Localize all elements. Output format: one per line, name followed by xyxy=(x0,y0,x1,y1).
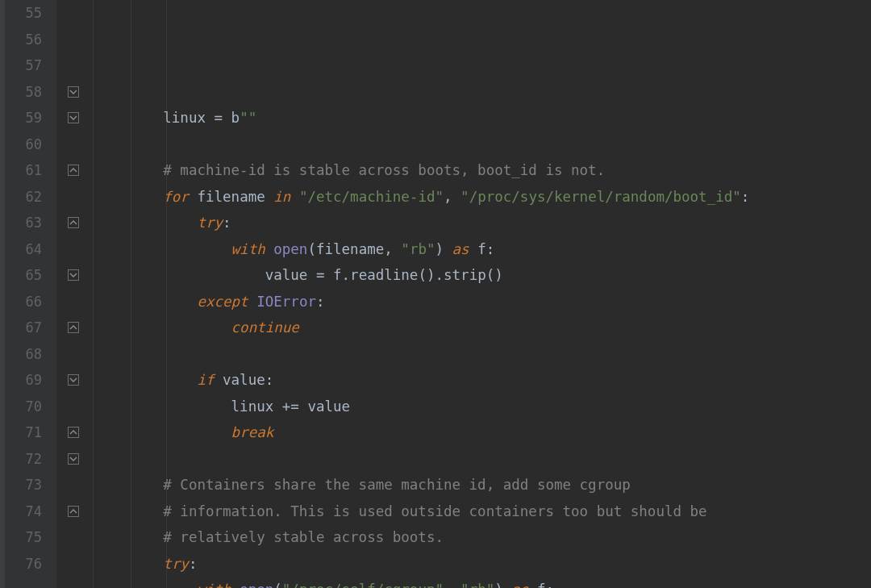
line-number: 74 xyxy=(5,498,42,525)
fold-close-icon[interactable] xyxy=(68,165,79,176)
line-number: 68 xyxy=(5,341,42,368)
code-line[interactable]: with open("/proc/self/cgroup", "rb") as … xyxy=(95,577,749,588)
code-token: # Containers share the same machine id, … xyxy=(163,477,630,493)
code-line[interactable]: with open(filename, "rb") as f: xyxy=(95,236,749,263)
code-line[interactable]: try: xyxy=(95,210,749,236)
code-token: ( xyxy=(273,582,282,588)
code-token: f xyxy=(333,267,342,283)
line-number: 58 xyxy=(5,79,42,106)
code-token: : xyxy=(486,241,495,257)
code-token: with xyxy=(231,241,274,257)
code-token: "/proc/sys/kernel/random/boot_id" xyxy=(461,189,741,205)
code-line[interactable] xyxy=(95,131,749,158)
code-line[interactable]: continue xyxy=(95,315,749,341)
indent-guide xyxy=(131,0,131,588)
line-number: 66 xyxy=(5,289,42,315)
code-line[interactable] xyxy=(95,446,749,473)
code-token: # machine-id is stable across boots, boo… xyxy=(163,162,605,178)
line-number-gutter[interactable]: 5556575859606162636465666768697071727374… xyxy=(5,0,56,588)
fold-open-icon[interactable] xyxy=(68,86,79,98)
code-token: open xyxy=(240,582,273,588)
code-line[interactable]: if value: xyxy=(95,367,749,394)
code-area[interactable]: linux = b"" # machine-id is stable acros… xyxy=(94,0,749,588)
code-token: as xyxy=(511,582,537,588)
fold-open-icon[interactable] xyxy=(68,269,79,281)
code-line[interactable]: # Containers share the same machine id, … xyxy=(95,472,749,498)
code-token: strip xyxy=(444,267,486,283)
code-token: ( xyxy=(307,241,316,257)
line-number: 55 xyxy=(5,0,42,27)
code-token: ) xyxy=(494,582,511,588)
code-token: value xyxy=(223,372,265,388)
code-token: = xyxy=(215,110,231,126)
code-token: : xyxy=(265,372,274,388)
fold-close-icon[interactable] xyxy=(68,322,79,333)
fold-open-icon[interactable] xyxy=(68,453,79,465)
code-token: , xyxy=(384,241,401,257)
line-number: 75 xyxy=(5,524,42,551)
code-line[interactable]: try: xyxy=(95,551,749,578)
code-token: () xyxy=(486,267,503,283)
code-line[interactable] xyxy=(95,341,749,368)
code-token: , xyxy=(444,189,461,205)
code-token: "" xyxy=(240,110,256,126)
code-token: linux xyxy=(231,398,282,415)
code-token: filename xyxy=(316,241,384,257)
code-line[interactable]: value = f.readline().strip() xyxy=(95,262,749,289)
code-token: value xyxy=(265,267,316,283)
code-token: "/proc/self/cgroup" xyxy=(282,582,444,588)
line-number: 62 xyxy=(5,184,42,211)
code-token: . xyxy=(435,267,444,283)
code-line[interactable]: # relatively stable across boots. xyxy=(95,524,749,551)
code-token: as xyxy=(452,241,478,257)
code-token: b xyxy=(231,110,240,126)
code-token: "rb" xyxy=(461,582,494,588)
code-line[interactable]: break xyxy=(95,419,749,446)
code-token: value xyxy=(307,398,350,415)
code-token: linux xyxy=(163,110,214,126)
code-token: : xyxy=(545,582,554,588)
line-number: 59 xyxy=(5,105,42,131)
code-line[interactable]: except IOError: xyxy=(95,289,749,315)
code-line[interactable]: linux += value xyxy=(95,394,749,420)
fold-close-icon[interactable] xyxy=(68,427,79,438)
fold-open-icon[interactable] xyxy=(68,374,79,386)
code-token: f xyxy=(477,241,486,257)
code-token: = xyxy=(316,267,333,283)
code-token: readline xyxy=(350,267,418,283)
fold-column[interactable] xyxy=(56,0,94,588)
fold-close-icon[interactable] xyxy=(68,217,79,228)
line-number: 60 xyxy=(5,131,42,158)
code-token: except xyxy=(197,294,256,310)
line-number: 76 xyxy=(5,551,42,578)
code-token: f xyxy=(537,582,546,588)
code-line[interactable]: for filename in "/etc/machine-id", "/pro… xyxy=(95,184,749,211)
code-token: . xyxy=(342,267,351,283)
line-number: 67 xyxy=(5,315,42,341)
indent-guide xyxy=(166,0,167,588)
code-token: : xyxy=(223,215,231,231)
code-token: IOError xyxy=(256,294,316,310)
code-token: "rb" xyxy=(401,241,435,257)
line-number: 57 xyxy=(5,52,42,79)
code-token: : xyxy=(189,556,198,572)
fold-close-icon[interactable] xyxy=(68,506,79,517)
code-token: () xyxy=(418,267,435,283)
code-token: try xyxy=(163,556,189,572)
code-token: try xyxy=(197,215,223,231)
line-number: 65 xyxy=(5,262,42,289)
fold-open-icon[interactable] xyxy=(68,112,79,123)
code-line[interactable]: linux = b"" xyxy=(95,105,749,131)
code-token: if xyxy=(197,372,223,388)
line-number: 71 xyxy=(5,419,42,446)
code-line[interactable]: # information. This is used outside cont… xyxy=(95,498,749,525)
code-line[interactable]: # machine-id is stable across boots, boo… xyxy=(95,157,749,184)
line-number: 63 xyxy=(5,210,42,236)
code-editor[interactable]: 5556575859606162636465666768697071727374… xyxy=(0,0,871,588)
line-number: 70 xyxy=(5,394,42,420)
code-token: continue xyxy=(231,319,299,336)
line-number: 73 xyxy=(5,472,42,498)
code-token: open xyxy=(273,241,307,257)
code-token: : xyxy=(741,189,750,205)
code-token: , xyxy=(444,582,461,588)
